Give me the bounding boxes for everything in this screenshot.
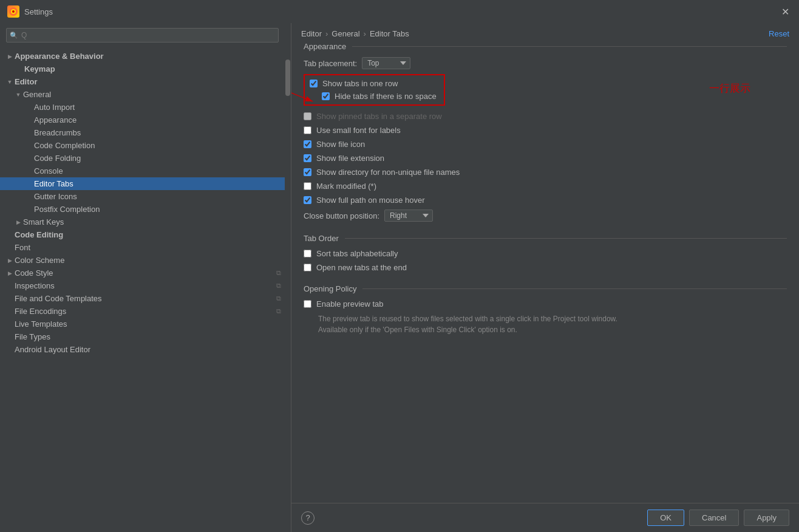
sidebar-item-label: Keymap — [24, 64, 55, 73]
open-new-tabs-text: Open new tabs at the end — [316, 263, 407, 272]
sidebar-item-console[interactable]: Console — [0, 165, 285, 177]
sidebar-item-label: File Types — [15, 332, 50, 341]
show-tabs-one-row-label[interactable]: Show tabs in one row — [310, 79, 437, 88]
sidebar-item-file-types[interactable]: File Types — [0, 330, 285, 343]
sidebar-item-code-folding[interactable]: Code Folding — [0, 152, 285, 165]
show-full-path-checkbox[interactable] — [304, 196, 311, 204]
sidebar-item-live-templates[interactable]: Live Templates — [0, 318, 285, 330]
scrollbar-thumb[interactable] — [285, 60, 290, 96]
sort-tabs-label[interactable]: Sort tabs alphabetically — [304, 249, 398, 258]
sidebar-item-keymap[interactable]: Keymap — [0, 63, 285, 75]
sidebar-item-breadcrumbs[interactable]: Breadcrumbs — [0, 126, 285, 139]
right-panel: Editor › General › Editor Tabs Reset App… — [291, 23, 799, 532]
copy-icon: ⧉ — [276, 269, 281, 277]
sort-tabs-row: Sort tabs alphabetically — [304, 249, 787, 258]
sidebar-item-appearance[interactable]: Appearance — [0, 114, 285, 126]
search-input[interactable] — [6, 28, 279, 43]
open-new-tabs-checkbox[interactable] — [304, 264, 311, 271]
sidebar-item-label: Postfix Completion — [34, 205, 100, 214]
expand-icon: ▶ — [5, 270, 15, 276]
hide-tabs-no-space-label[interactable]: Hide tabs if there is no space — [322, 92, 437, 101]
sidebar-scrollbar[interactable] — [285, 23, 291, 532]
show-pinned-tabs-text: Show pinned tabs in a separate row — [316, 112, 442, 121]
settings-window: Settings ✕ 🔍 ▶ Appearance & Behavior — [0, 0, 799, 532]
show-directory-label[interactable]: Show directory for non-unique file names — [304, 168, 460, 177]
sort-tabs-checkbox[interactable] — [304, 250, 311, 257]
show-file-extension-checkbox[interactable] — [304, 154, 311, 162]
sidebar-item-code-editing[interactable]: Code Editing — [0, 228, 285, 241]
reset-button[interactable]: Reset — [769, 29, 789, 38]
show-pinned-tabs-label[interactable]: Show pinned tabs in a separate row — [304, 112, 442, 121]
tab-placement-select[interactable]: Top Bottom Left Right None — [362, 57, 410, 69]
show-file-icon-text: Show file icon — [316, 140, 365, 149]
hide-tabs-no-space-checkbox[interactable] — [322, 92, 330, 100]
show-file-icon-label[interactable]: Show file icon — [304, 140, 365, 149]
cancel-button[interactable]: Cancel — [689, 510, 739, 526]
show-directory-checkbox[interactable] — [304, 168, 311, 176]
sidebar-tree-area: 🔍 ▶ Appearance & Behavior Keymap ▼ — [0, 23, 285, 532]
sidebar-item-code-style[interactable]: ▶ Code Style ⧉ — [0, 267, 285, 279]
apply-button[interactable]: Apply — [744, 510, 789, 526]
sidebar-item-gutter-icons[interactable]: Gutter Icons — [0, 190, 285, 203]
sidebar-item-general[interactable]: ▼ General — [0, 88, 285, 101]
sidebar-item-label: File Encodings — [15, 307, 66, 316]
close-button-position-select[interactable]: Right Left None — [384, 210, 433, 222]
help-button[interactable]: ? — [301, 511, 314, 525]
mark-modified-label[interactable]: Mark modified (*) — [304, 182, 376, 191]
show-file-extension-label[interactable]: Show file extension — [304, 154, 384, 163]
annotated-area: Show tabs in one row Hide tabs if there … — [304, 74, 787, 107]
sidebar-item-appearance-behavior[interactable]: ▶ Appearance & Behavior — [0, 50, 285, 63]
use-small-font-text: Use small font for labels — [316, 126, 401, 135]
search-icon: 🔍 — [10, 32, 18, 39]
sidebar-item-auto-import[interactable]: Auto Import — [0, 101, 285, 114]
sidebar-item-label: Console — [34, 166, 63, 176]
preview-tab-description-text: The preview tab is reused to show files … — [318, 315, 617, 334]
opening-policy-header-row: Opening Policy — [304, 284, 787, 293]
use-small-font-checkbox[interactable] — [304, 126, 311, 134]
sidebar-item-color-scheme[interactable]: ▶ Color Scheme — [0, 254, 285, 267]
tab-placement-row: Tab placement: Top Bottom Left Right Non… — [304, 57, 787, 69]
sidebar-item-label: Editor Tabs — [34, 179, 73, 188]
settings-panel: Appearance Tab placement: Top Bottom Lef… — [291, 42, 799, 503]
sidebar-item-editor[interactable]: ▼ Editor — [0, 75, 285, 88]
ok-button[interactable]: OK — [647, 510, 684, 526]
breadcrumb-bar: Editor › General › Editor Tabs Reset — [291, 23, 799, 42]
sidebar-item-file-encodings[interactable]: File Encodings ⧉ — [0, 305, 285, 318]
tab-order-section-label: Tab Order — [304, 234, 339, 243]
tab-placement-label: Tab placement: — [304, 59, 357, 68]
sidebar-item-font[interactable]: Font — [0, 241, 285, 254]
window-title: Settings — [24, 7, 778, 16]
close-button[interactable]: ✕ — [778, 5, 792, 18]
sidebar-item-postfix-completion[interactable]: Postfix Completion — [0, 203, 285, 216]
show-directory-row: Show directory for non-unique file names — [304, 168, 787, 177]
sidebar-item-code-completion[interactable]: Code Completion — [0, 139, 285, 152]
show-file-icon-checkbox[interactable] — [304, 140, 311, 148]
show-tabs-one-row-checkbox[interactable] — [310, 80, 318, 87]
sidebar-item-label: Appearance — [34, 115, 76, 124]
sidebar-item-label: Breadcrumbs — [34, 128, 81, 137]
sidebar-item-label: Smart Keys — [23, 217, 64, 227]
mark-modified-checkbox[interactable] — [304, 182, 311, 190]
appearance-section-label: Appearance — [304, 42, 346, 51]
enable-preview-tab-checkbox[interactable] — [304, 300, 311, 308]
sidebar-item-label: File and Code Templates — [15, 294, 102, 303]
mark-modified-row: Mark modified (*) — [304, 182, 787, 191]
show-tabs-one-row-text: Show tabs in one row — [322, 79, 398, 88]
use-small-font-label[interactable]: Use small font for labels — [304, 126, 401, 135]
sidebar-item-file-code-templates[interactable]: File and Code Templates ⧉ — [0, 292, 285, 305]
bottom-bar: ? OK Cancel Apply — [291, 503, 799, 532]
show-full-path-label[interactable]: Show full path on mouse hover — [304, 196, 425, 205]
sidebar-item-android-layout-editor[interactable]: Android Layout Editor — [0, 343, 285, 356]
copy-icon: ⧉ — [276, 307, 281, 315]
sidebar-item-smart-keys[interactable]: ▶ Smart Keys — [0, 216, 285, 228]
show-pinned-tabs-row: Show pinned tabs in a separate row — [304, 112, 787, 121]
breadcrumb: Editor › General › Editor Tabs — [301, 29, 409, 38]
close-button-position-label: Close button position: — [304, 211, 379, 220]
sidebar-item-inspections[interactable]: Inspections ⧉ — [0, 279, 285, 292]
svg-point-2 — [12, 10, 15, 13]
open-new-tabs-label[interactable]: Open new tabs at the end — [304, 263, 407, 272]
sidebar-item-editor-tabs[interactable]: Editor Tabs — [0, 177, 285, 190]
show-directory-text: Show directory for non-unique file names — [316, 168, 460, 177]
enable-preview-tab-label[interactable]: Enable preview tab — [304, 299, 384, 309]
expand-icon: ▶ — [5, 257, 15, 264]
